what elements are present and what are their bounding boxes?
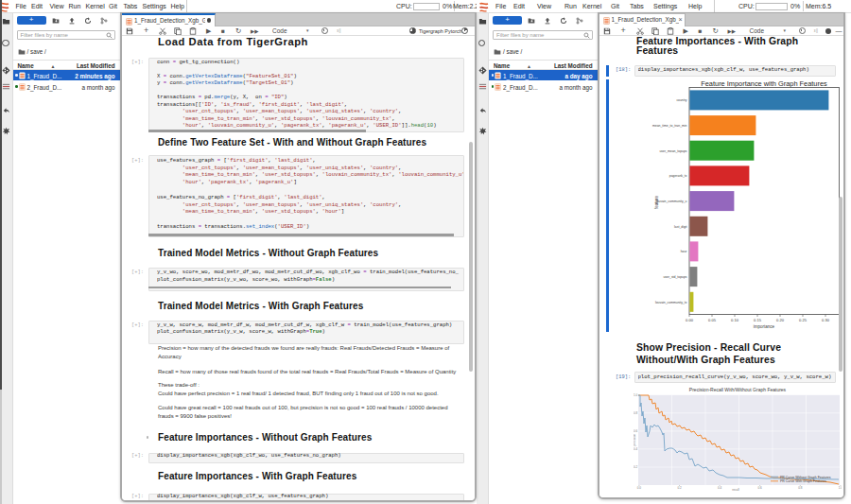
svg-text:0.6: 0.6 [758, 486, 763, 490]
svg-text:0.4: 0.4 [718, 486, 722, 490]
svg-text:0.2: 0.2 [634, 465, 638, 469]
svg-text:0.00: 0.00 [686, 318, 694, 322]
svg-text:0.6: 0.6 [634, 429, 638, 433]
svg-text:Precision-Recall With/Without: Precision-Recall With/Without Graph Feat… [689, 387, 787, 392]
svg-text:0.0: 0.0 [637, 486, 642, 490]
svg-text:user_std_topups: user_std_topups [663, 276, 686, 280]
svg-text:0.8: 0.8 [798, 486, 803, 490]
svg-text:0.30: 0.30 [822, 318, 830, 322]
svg-text:Feature Importance with Graph: Feature Importance with Graph Features [701, 79, 827, 88]
svg-text:0.25: 0.25 [799, 318, 808, 322]
svg-text:importance: importance [754, 324, 775, 329]
svg-text:feature: feature [654, 196, 659, 210]
svg-text:precision: precision [634, 433, 636, 445]
svg-text:louvain_community_tx: louvain_community_tx [655, 301, 687, 304]
svg-text:0.15: 0.15 [754, 318, 762, 322]
svg-text:1.0: 1.0 [839, 486, 842, 490]
svg-text:last_digit: last_digit [674, 225, 686, 229]
svg-text:1.0: 1.0 [634, 393, 638, 397]
svg-text:0.8: 0.8 [634, 411, 638, 415]
svg-text:recall: recall [732, 488, 739, 492]
svg-text:country: country [676, 99, 686, 103]
svg-text:mean_time_to_tran_min: mean_time_to_tran_min [652, 125, 687, 129]
svg-text:0.2: 0.2 [677, 486, 682, 490]
svg-text:0.20: 0.20 [776, 318, 785, 322]
svg-text:PR Curve With Graph Features: PR Curve With Graph Features [780, 479, 826, 483]
svg-text:0.05: 0.05 [708, 318, 717, 322]
svg-text:0.10: 0.10 [731, 318, 739, 322]
svg-text:louvain_community_u: louvain_community_u [656, 200, 687, 204]
svg-text:0.4: 0.4 [634, 447, 638, 451]
svg-text:pagerank_tx: pagerank_tx [669, 175, 687, 179]
svg-text:PR Curve Without Graph Feature: PR Curve Without Graph Features [780, 476, 831, 479]
svg-text:user_mean_topups: user_mean_topups [659, 149, 686, 153]
svg-text:hour: hour [681, 251, 688, 254]
